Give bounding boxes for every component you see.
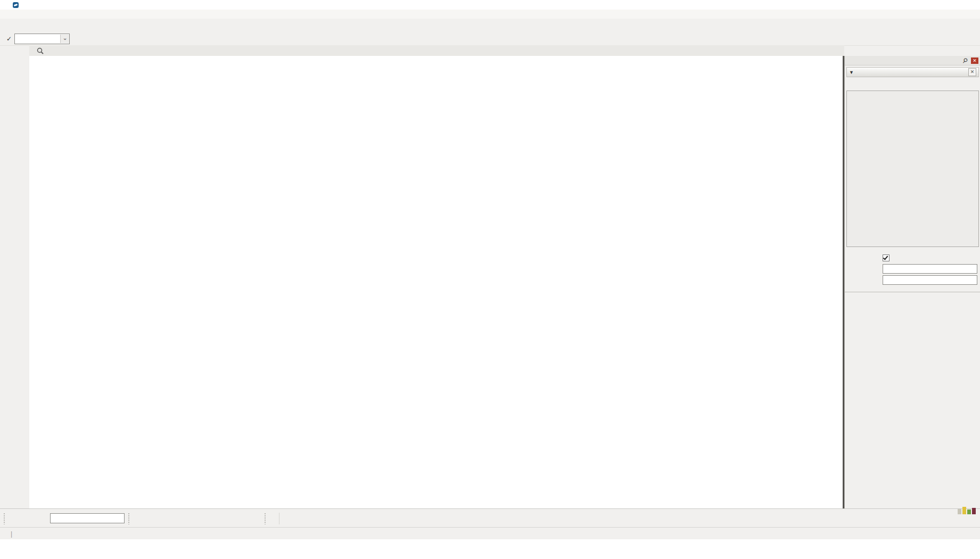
watermark-logo — [956, 505, 978, 516]
tag-visible-check-icon[interactable]: ✓ — [6, 35, 12, 43]
scenes-tray: ⚲ ✕ ▼ ✕ — [844, 56, 980, 508]
pin-icon[interactable]: ⚲ — [960, 55, 970, 66]
properties-checkbox-list — [883, 287, 980, 287]
search-icon — [37, 47, 44, 54]
scene-properties-form — [845, 253, 980, 292]
caption-bar — [0, 539, 980, 559]
measurement-bar — [0, 508, 980, 528]
toolbar-drag-handle[interactable] — [128, 513, 130, 524]
sync-toolbar — [261, 513, 279, 524]
section-close-button[interactable]: ✕ — [968, 68, 976, 76]
toolbar-drag-handle[interactable] — [264, 513, 266, 524]
status-bar: | — [0, 527, 980, 540]
collapse-arrow-icon[interactable]: ▼ — [849, 70, 854, 75]
scene-description-input[interactable] — [883, 275, 977, 285]
titlebar — [0, 0, 980, 10]
scene-list — [846, 91, 979, 247]
scenes-panel-toolbar — [845, 77, 980, 89]
scene-name-input[interactable] — [883, 264, 977, 274]
status-separator: | — [11, 530, 12, 538]
tray-titlebar: ⚲ ✕ — [845, 56, 980, 65]
large-tool-set — [0, 56, 30, 515]
tag-dropdown[interactable]: ⌄ — [14, 34, 70, 44]
chevron-down-icon: ⌄ — [60, 35, 69, 43]
toolbar-drag-handle[interactable] — [3, 513, 5, 524]
tags-toolbar: ✓ ⌄ — [0, 32, 980, 46]
sketchup-window: ✓ ⌄ ⚲ ✕ ▼ ✕ — [0, 0, 980, 559]
checkbox-checked-icon[interactable] — [883, 254, 890, 261]
scenes-section-header[interactable]: ▼ ✕ — [846, 67, 979, 77]
properties-to-save-label — [845, 287, 883, 287]
include-in-animation-checkbox[interactable] — [883, 253, 892, 262]
menubar — [0, 10, 980, 19]
sketchup-logo-icon — [13, 2, 19, 8]
standard-toolbar — [0, 19, 980, 32]
search-scenes-button[interactable] — [32, 46, 47, 56]
tray-close-button[interactable]: ✕ — [971, 57, 978, 64]
measurement-input[interactable] — [50, 513, 125, 523]
viewport-3d[interactable] — [29, 56, 844, 508]
scene-tab-bar — [29, 45, 844, 56]
